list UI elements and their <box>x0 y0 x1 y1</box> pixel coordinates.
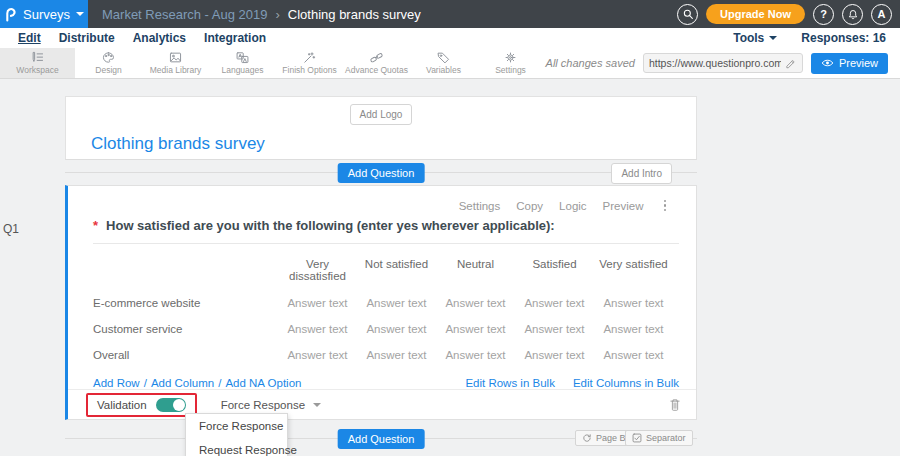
validation-toggle[interactable] <box>156 398 186 412</box>
responses-count-link[interactable]: Responses: 16 <box>801 31 886 45</box>
toolbar-item-finish-options[interactable]: Finish Options <box>276 48 343 78</box>
matrix-cell[interactable]: Answer text <box>278 342 357 368</box>
matrix-cell[interactable]: Answer text <box>357 316 436 342</box>
add-column-link[interactable]: Add Column <box>151 377 214 389</box>
product-label: Surveys <box>23 7 70 22</box>
edit-rows-in-bulk-link[interactable]: Edit Rows in Bulk <box>465 377 554 389</box>
question-preview-link[interactable]: Preview <box>603 200 644 212</box>
matrix-cell[interactable]: Answer text <box>515 316 594 342</box>
link-separator: / <box>218 377 221 389</box>
edit-pencil-icon[interactable] <box>785 58 796 69</box>
question-text-row: * How satisfied are you with the followi… <box>93 218 696 233</box>
chevron-down-icon <box>313 403 321 407</box>
delete-question-button[interactable] <box>668 397 682 412</box>
edit-columns-in-bulk-link[interactable]: Edit Columns in Bulk <box>573 377 679 389</box>
add-row-link[interactable]: Add Row <box>93 377 140 389</box>
nav-right: Tools Responses: 16 <box>733 31 900 45</box>
autosave-status: All changes saved <box>546 57 635 69</box>
preview-button[interactable]: Preview <box>811 53 888 74</box>
bulk-edit-links: Edit Rows in Bulk Edit Columns in Bulk <box>465 377 679 389</box>
tab-integration[interactable]: Integration <box>204 31 266 46</box>
add-na-option-link[interactable]: Add NA Option <box>225 377 301 389</box>
force-response-dropdown-trigger[interactable]: Force Response <box>221 399 321 411</box>
matrix-row-label[interactable]: Overall <box>93 342 278 368</box>
matrix-cell[interactable]: Answer text <box>436 290 515 316</box>
matrix-column-header[interactable]: Very satisfied <box>594 252 673 290</box>
upgrade-now-button[interactable]: Upgrade Now <box>706 4 805 24</box>
add-logo-button[interactable]: Add Logo <box>350 104 413 125</box>
matrix-column-header[interactable]: Very dissatisfied <box>278 252 357 290</box>
matrix-column-header[interactable]: Satisfied <box>515 252 594 290</box>
link-separator: / <box>144 377 147 389</box>
toolbar-item-advance-quotas[interactable]: Advance Quotas <box>343 48 410 78</box>
survey-url-field[interactable] <box>643 53 803 73</box>
matrix-corner <box>93 252 278 290</box>
divider <box>93 243 679 244</box>
question-copy-link[interactable]: Copy <box>516 200 543 212</box>
breadcrumb-survey-name: Clothing brands survey <box>288 7 421 22</box>
question-card: Settings Copy Logic Preview * How satisf… <box>65 185 697 420</box>
chevron-down-icon <box>769 36 777 40</box>
add-question-button-bottom[interactable]: Add Question <box>338 429 425 449</box>
variables-icon <box>436 51 451 64</box>
eye-icon <box>821 58 834 68</box>
matrix-column-header[interactable]: Not satisfied <box>357 252 436 290</box>
surveys-product-menu[interactable]: Surveys <box>0 0 88 28</box>
question-id-label: Q1 <box>3 222 19 236</box>
matrix-cell[interactable]: Answer text <box>594 342 673 368</box>
survey-title[interactable]: Clothing brands survey <box>91 134 696 154</box>
survey-header-card: Add Logo Clothing brands survey <box>65 96 697 160</box>
toolbar-item-media-library[interactable]: Media Library <box>142 48 209 78</box>
question-text[interactable]: How satisfied are you with the following… <box>106 218 555 233</box>
matrix-cell[interactable]: Answer text <box>594 290 673 316</box>
matrix-cell[interactable]: Answer text <box>278 316 357 342</box>
add-question-button-top[interactable]: Add Question <box>338 163 425 183</box>
finish-options-icon <box>302 51 317 64</box>
search-button[interactable] <box>677 4 698 25</box>
breadcrumb-separator: › <box>275 7 279 22</box>
tab-distribute[interactable]: Distribute <box>59 31 115 46</box>
question-logic-link[interactable]: Logic <box>559 200 587 212</box>
trash-icon <box>668 397 682 412</box>
toolbar-item-workspace[interactable]: Workspace <box>0 48 75 78</box>
tab-analytics[interactable]: Analytics <box>133 31 186 46</box>
matrix-cell[interactable]: Answer text <box>594 316 673 342</box>
tab-edit[interactable]: Edit <box>18 31 41 46</box>
matrix-cell[interactable]: Answer text <box>515 342 594 368</box>
toolbar-item-design[interactable]: Design <box>75 48 142 78</box>
separator-button[interactable]: Separator <box>625 430 693 446</box>
editor-toolbar: Workspace Design Media Library Languages… <box>0 48 900 79</box>
toolbar-item-languages[interactable]: Languages <box>209 48 276 78</box>
matrix-cell[interactable]: Answer text <box>515 290 594 316</box>
matrix-column-header[interactable]: Neutral <box>436 252 515 290</box>
matrix-cell[interactable]: Answer text <box>436 316 515 342</box>
tools-menu[interactable]: Tools <box>733 31 777 45</box>
help-button[interactable]: ? <box>813 4 834 25</box>
toolbar-item-variables[interactable]: Variables <box>410 48 477 78</box>
more-options-kebab-icon[interactable] <box>660 199 671 213</box>
preview-label: Preview <box>839 57 878 69</box>
question-settings-link[interactable]: Settings <box>459 200 501 212</box>
insert-question-row-bottom: Add Question Page Break Separator <box>65 426 697 452</box>
chevron-down-icon <box>76 12 84 16</box>
matrix-row-label[interactable]: Customer service <box>93 316 278 342</box>
breadcrumb: Market Research - Aug 2019 › Clothing br… <box>102 7 421 22</box>
matrix-cell[interactable]: Answer text <box>357 342 436 368</box>
module-nav: Edit Distribute Analytics Integration To… <box>0 28 900 48</box>
top-bar: Surveys Market Research - Aug 2019 › Clo… <box>0 0 900 28</box>
matrix-cell[interactable]: Answer text <box>278 290 357 316</box>
validation-bar: Validation Force Response <box>68 389 696 419</box>
add-intro-button[interactable]: Add Intro <box>611 163 672 184</box>
dropdown-option-force-response[interactable]: Force Response <box>186 414 287 438</box>
advance-quotas-icon <box>369 51 384 64</box>
dropdown-option-request-response[interactable]: Request Response <box>186 438 287 456</box>
account-avatar[interactable]: A <box>871 4 892 25</box>
matrix-row-label[interactable]: E-commerce website <box>93 290 278 316</box>
survey-url-input[interactable] <box>649 57 781 69</box>
matrix-cell[interactable]: Answer text <box>436 342 515 368</box>
matrix-cell[interactable]: Answer text <box>357 290 436 316</box>
breadcrumb-folder[interactable]: Market Research - Aug 2019 <box>102 7 267 22</box>
notifications-button[interactable] <box>842 4 863 25</box>
matrix-table: Very dissatisfied Not satisfied Neutral … <box>93 252 696 368</box>
toolbar-item-settings[interactable]: Settings <box>477 48 544 78</box>
